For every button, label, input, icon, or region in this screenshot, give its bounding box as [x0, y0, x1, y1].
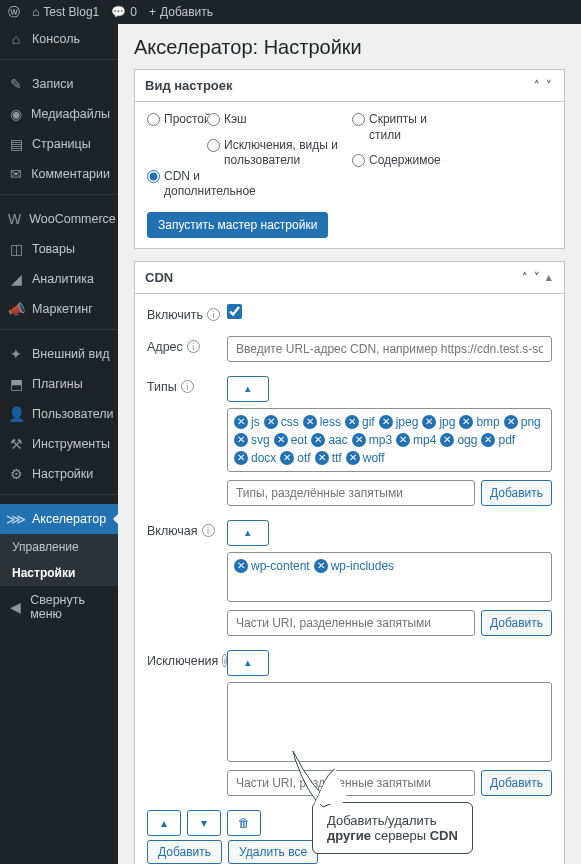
- remove-tag-icon[interactable]: ✕: [440, 433, 454, 447]
- tag[interactable]: ✕svg: [234, 433, 270, 447]
- tag[interactable]: ✕pdf: [481, 433, 515, 447]
- tag[interactable]: ✕eot: [274, 433, 308, 447]
- tag[interactable]: ✕otf: [280, 451, 310, 465]
- sidebar-item[interactable]: ◢Аналитика: [0, 264, 118, 294]
- tag[interactable]: ✕jpeg: [379, 415, 419, 429]
- sidebar-subitem[interactable]: Управление: [0, 534, 118, 560]
- remove-tag-icon[interactable]: ✕: [274, 433, 288, 447]
- radio-cdn[interactable]: CDN и дополнительное: [147, 169, 267, 200]
- move-down-button[interactable]: ▾: [187, 810, 221, 836]
- tag[interactable]: ✕mp3: [352, 433, 392, 447]
- remove-tag-icon[interactable]: ✕: [234, 415, 248, 429]
- wp-logo[interactable]: ⓦ: [8, 4, 20, 21]
- remove-tag-icon[interactable]: ✕: [280, 451, 294, 465]
- collapse-button[interactable]: ▴: [227, 376, 269, 402]
- tag[interactable]: ✕gif: [345, 415, 375, 429]
- tag[interactable]: ✕mp4: [396, 433, 436, 447]
- tag[interactable]: ✕docx: [234, 451, 276, 465]
- types-input[interactable]: [227, 480, 475, 506]
- tag[interactable]: ✕wp-includes: [314, 559, 394, 573]
- radio-cache[interactable]: Кэш: [207, 112, 352, 128]
- sidebar-item[interactable]: ⬒Плагины: [0, 369, 118, 399]
- remove-tag-icon[interactable]: ✕: [303, 415, 317, 429]
- including-input[interactable]: [227, 610, 475, 636]
- tag[interactable]: ✕css: [264, 415, 299, 429]
- info-icon[interactable]: i: [187, 340, 200, 353]
- info-icon[interactable]: i: [207, 308, 220, 321]
- move-up-button[interactable]: ▴: [147, 810, 181, 836]
- tag[interactable]: ✕png: [504, 415, 541, 429]
- remove-tag-icon[interactable]: ✕: [396, 433, 410, 447]
- tag[interactable]: ✕wp-content: [234, 559, 310, 573]
- tag[interactable]: ✕ttf: [315, 451, 342, 465]
- collapse-menu[interactable]: ◀Свернуть меню: [0, 586, 118, 628]
- including-tagbox[interactable]: ✕wp-content✕wp-includes: [227, 552, 552, 602]
- info-icon[interactable]: i: [181, 380, 194, 393]
- exclusions-tagbox[interactable]: [227, 682, 552, 762]
- tag[interactable]: ✕ogg: [440, 433, 477, 447]
- sidebar-subitem[interactable]: Настройки: [0, 560, 118, 586]
- tag[interactable]: ✕aac: [311, 433, 347, 447]
- sidebar-item[interactable]: ◫Товары: [0, 234, 118, 264]
- remove-tag-icon[interactable]: ✕: [314, 559, 328, 573]
- delete-all-button[interactable]: Удалить все: [228, 840, 318, 864]
- panel-header[interactable]: CDN ˄ ˅ ▴: [135, 262, 564, 294]
- triangle-up-icon[interactable]: ▴: [544, 271, 554, 284]
- collapse-button[interactable]: ▴: [227, 650, 269, 676]
- comments-link[interactable]: 💬0: [111, 5, 137, 19]
- remove-tag-icon[interactable]: ✕: [234, 451, 248, 465]
- add-new-link[interactable]: +Добавить: [149, 5, 213, 19]
- remove-tag-icon[interactable]: ✕: [459, 415, 473, 429]
- sidebar-item[interactable]: ⚙Настройки: [0, 459, 118, 489]
- remove-tag-icon[interactable]: ✕: [234, 559, 248, 573]
- sidebar-item[interactable]: ✦Внешний вид: [0, 339, 118, 369]
- radio-simple[interactable]: Простой: [147, 112, 207, 128]
- address-input[interactable]: [227, 336, 552, 362]
- chevron-down-icon[interactable]: ˅: [532, 271, 542, 284]
- sidebar-item[interactable]: ⌂Консоль: [0, 24, 118, 54]
- remove-tag-icon[interactable]: ✕: [234, 433, 248, 447]
- sidebar-item[interactable]: WWooCommerce: [0, 204, 118, 234]
- sidebar-item[interactable]: ✉Комментарии: [0, 159, 118, 189]
- tag[interactable]: ✕woff: [346, 451, 385, 465]
- chevron-up-icon[interactable]: ˄: [532, 79, 542, 92]
- sidebar-item[interactable]: ▤Страницы: [0, 129, 118, 159]
- tag[interactable]: ✕js: [234, 415, 260, 429]
- chevron-up-icon[interactable]: ˄: [520, 271, 530, 284]
- radio-exceptions[interactable]: Исключения, виды и пользователи: [207, 138, 352, 169]
- remove-tag-icon[interactable]: ✕: [481, 433, 495, 447]
- sidebar-item[interactable]: 👤Пользователи: [0, 399, 118, 429]
- delete-button[interactable]: 🗑: [227, 810, 261, 836]
- remove-tag-icon[interactable]: ✕: [504, 415, 518, 429]
- types-add-button[interactable]: Добавить: [481, 480, 552, 506]
- wizard-button[interactable]: Запустить мастер настройки: [147, 212, 328, 238]
- types-tagbox[interactable]: ✕js✕css✕less✕gif✕jpeg✕jpg✕bmp✕png✕svg✕eo…: [227, 408, 552, 472]
- radio-content[interactable]: Содержимое: [352, 153, 447, 169]
- site-home-link[interactable]: ⌂Test Blog1: [32, 5, 99, 19]
- remove-tag-icon[interactable]: ✕: [352, 433, 366, 447]
- sidebar-item[interactable]: ✎Записи: [0, 69, 118, 99]
- remove-tag-icon[interactable]: ✕: [264, 415, 278, 429]
- enable-checkbox[interactable]: [227, 304, 242, 319]
- exclusions-add-button[interactable]: Добавить: [481, 770, 552, 796]
- info-icon[interactable]: i: [202, 524, 215, 537]
- sidebar-item[interactable]: 📣Маркетинг: [0, 294, 118, 324]
- sidebar-item[interactable]: ⚒Инструменты: [0, 429, 118, 459]
- add-server-button[interactable]: Добавить: [147, 840, 222, 864]
- remove-tag-icon[interactable]: ✕: [422, 415, 436, 429]
- remove-tag-icon[interactable]: ✕: [311, 433, 325, 447]
- panel-header[interactable]: Вид настроек ˄ ˅: [135, 70, 564, 102]
- tag[interactable]: ✕jpg: [422, 415, 455, 429]
- remove-tag-icon[interactable]: ✕: [345, 415, 359, 429]
- collapse-button[interactable]: ▴: [227, 520, 269, 546]
- sidebar-item[interactable]: ⋙Акселератор: [0, 504, 118, 534]
- including-add-button[interactable]: Добавить: [481, 610, 552, 636]
- tag[interactable]: ✕less: [303, 415, 341, 429]
- radio-scripts[interactable]: Скрипты и стили: [352, 112, 447, 143]
- remove-tag-icon[interactable]: ✕: [315, 451, 329, 465]
- remove-tag-icon[interactable]: ✕: [379, 415, 393, 429]
- remove-tag-icon[interactable]: ✕: [346, 451, 360, 465]
- tag[interactable]: ✕bmp: [459, 415, 499, 429]
- sidebar-item[interactable]: ◉Медиафайлы: [0, 99, 118, 129]
- chevron-down-icon[interactable]: ˅: [544, 79, 554, 92]
